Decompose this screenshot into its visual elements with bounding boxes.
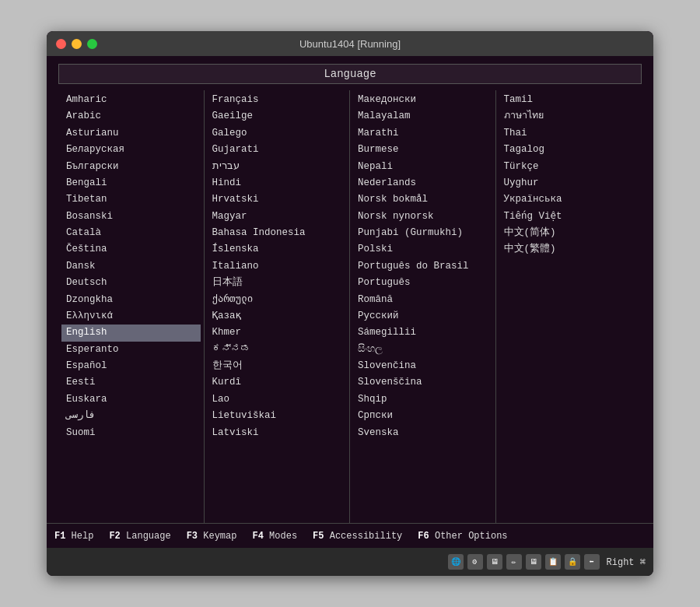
list-item[interactable]: Uyghur	[499, 175, 639, 191]
language-column-3: Македонски Malayalam Marathi Burmese Nep…	[350, 90, 496, 523]
list-item[interactable]: Khmer	[208, 325, 347, 341]
list-item[interactable]: Eesti	[61, 374, 201, 391]
list-item[interactable]: Gaeilge	[208, 108, 347, 125]
list-item[interactable]: Italiano	[208, 258, 347, 275]
list-item[interactable]: 中文(繁體)	[499, 241, 639, 258]
list-item[interactable]: Беларуская	[61, 142, 201, 158]
taskbar-icon-3[interactable]: 🖥	[487, 554, 502, 570]
language-column-1: Amharic Arabic Asturianu Беларуская Бълг…	[58, 90, 205, 523]
list-item[interactable]: Português do Brasil	[353, 258, 492, 275]
language-column-4: Tamil ภาษาไทย Thai Tagalog Türkçe Uyghur…	[496, 90, 642, 523]
list-item[interactable]: Türkçe	[499, 159, 639, 175]
footer-f1[interactable]: F1 Help	[54, 531, 93, 542]
footer-f4[interactable]: F4 Modes	[252, 531, 297, 542]
list-item[interactable]: Қазақ	[208, 308, 347, 325]
minimize-button[interactable]	[72, 39, 82, 49]
list-item[interactable]: فارسی	[61, 408, 201, 424]
taskbar-icon-7[interactable]: 🔒	[565, 554, 580, 570]
list-item[interactable]: Bosanski	[61, 209, 201, 225]
list-item[interactable]: Suomi	[61, 425, 201, 441]
footer-f2[interactable]: F2 Language	[109, 531, 170, 542]
list-item[interactable]: 中文(简体)	[499, 225, 639, 241]
list-item[interactable]: Punjabi (Gurmukhi)	[353, 225, 492, 241]
taskbar-icon-4[interactable]: ✏	[506, 554, 522, 570]
list-item[interactable]: Amharic	[61, 92, 201, 108]
taskbar-right-label: Right ⌘	[607, 556, 646, 568]
taskbar-icon-6[interactable]: 📋	[545, 554, 561, 570]
list-item[interactable]: Malayalam	[353, 108, 492, 125]
list-item[interactable]: Gujarati	[208, 142, 347, 158]
list-item[interactable]: Српски	[353, 408, 492, 424]
list-item[interactable]: Norsk bokmål	[353, 191, 492, 208]
taskbar-icon-8[interactable]: ⬅	[584, 554, 600, 570]
list-item[interactable]: Magyar	[208, 209, 347, 225]
list-item[interactable]: Slovenčina	[353, 358, 492, 374]
list-item[interactable]: Svenska	[353, 425, 492, 441]
close-button[interactable]	[56, 39, 66, 49]
list-item[interactable]: Marathi	[353, 125, 492, 142]
list-item[interactable]: Tibetan	[61, 191, 201, 208]
list-item[interactable]: Asturianu	[61, 125, 201, 142]
list-item[interactable]: Bengali	[61, 175, 201, 191]
list-item[interactable]: Català	[61, 225, 201, 241]
list-item[interactable]: Lietuviškai	[208, 408, 347, 424]
list-item[interactable]: Български	[61, 159, 201, 175]
list-item[interactable]: Français	[208, 92, 347, 108]
list-item[interactable]: עברית	[208, 159, 347, 175]
list-item[interactable]: Euskara	[61, 391, 201, 408]
list-item[interactable]: Esperanto	[61, 342, 201, 358]
list-item[interactable]: Galego	[208, 125, 347, 142]
list-item[interactable]: Shqip	[353, 391, 492, 408]
list-item[interactable]: 한국어	[208, 358, 347, 374]
window-controls	[56, 39, 97, 49]
list-item[interactable]: Македонски	[353, 92, 492, 108]
list-item[interactable]: Hrvatski	[208, 191, 347, 208]
list-item[interactable]: Latviski	[208, 425, 347, 441]
list-item[interactable]: Norsk nynorsk	[353, 209, 492, 225]
list-item[interactable]: Русский	[353, 308, 492, 325]
list-item[interactable]: ภาษาไทย	[499, 108, 639, 125]
maximize-button[interactable]	[87, 39, 97, 49]
list-item[interactable]: Deutsch	[61, 275, 201, 291]
window-title: Ubuntu1404 [Running]	[299, 38, 401, 50]
list-item[interactable]: Polski	[353, 241, 492, 258]
footer-f3[interactable]: F3 Keymap	[187, 531, 237, 542]
list-item[interactable]: Ελληνικά	[61, 308, 201, 325]
english-list-item[interactable]: English	[61, 325, 201, 341]
list-item[interactable]: Nederlands	[353, 175, 492, 191]
title-bar: Ubuntu1404 [Running]	[47, 31, 653, 56]
list-item[interactable]: Čeština	[61, 241, 201, 258]
footer-bar: F1 Help F2 Language F3 Keymap F4 Modes F…	[47, 523, 653, 548]
list-item[interactable]: Español	[61, 358, 201, 374]
list-item[interactable]: Slovenščina	[353, 374, 492, 391]
list-item[interactable]: Nepali	[353, 159, 492, 175]
taskbar-icon-5[interactable]: 🖥	[526, 554, 541, 570]
list-item[interactable]: Українська	[499, 191, 639, 208]
list-item[interactable]: ಕನ್ನಡ	[208, 342, 347, 358]
list-item[interactable]: Kurdî	[208, 374, 347, 391]
footer-f5[interactable]: F5 Accessibility	[313, 531, 402, 542]
taskbar: 🌐 ⚙ 🖥 ✏ 🖥 📋 🔒 ⬅ Right ⌘	[47, 548, 653, 576]
list-item[interactable]: Íslenska	[208, 241, 347, 258]
list-item[interactable]: Tamil	[499, 92, 639, 108]
list-item[interactable]: Thai	[499, 125, 639, 142]
language-header: Language	[58, 64, 642, 84]
footer-f6[interactable]: F6 Other Options	[418, 531, 507, 542]
list-item[interactable]: Arabic	[61, 108, 201, 125]
list-item[interactable]: Lao	[208, 391, 347, 408]
list-item[interactable]: Bahasa Indonesia	[208, 225, 347, 241]
list-item[interactable]: ქართული	[208, 292, 347, 308]
list-item[interactable]: 日本語	[208, 275, 347, 291]
list-item[interactable]: Sámegillii	[353, 325, 492, 341]
list-item[interactable]: Română	[353, 292, 492, 308]
list-item[interactable]: Hindi	[208, 175, 347, 191]
list-item[interactable]: Tiếng Việt	[499, 209, 639, 225]
list-item[interactable]: Tagalog	[499, 142, 639, 158]
taskbar-icon-1[interactable]: 🌐	[448, 554, 464, 570]
list-item[interactable]: Português	[353, 275, 492, 291]
list-item[interactable]: Dzongkha	[61, 292, 201, 308]
list-item[interactable]: Burmese	[353, 142, 492, 158]
taskbar-icon-2[interactable]: ⚙	[467, 554, 483, 570]
list-item[interactable]: Dansk	[61, 258, 201, 275]
list-item[interactable]: සිංහල	[353, 342, 492, 358]
